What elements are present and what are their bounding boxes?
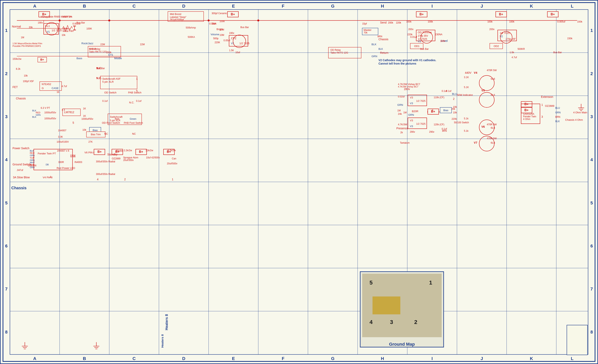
- col-label-k-bot: K: [530, 356, 533, 361]
- rock-jazz-text: Rock/Jazz: [82, 42, 93, 45]
- 270k-2: 270K: [71, 155, 76, 158]
- 1k-text-2: 1K: [83, 114, 86, 117]
- schematic-svg: A B C D E F G H I J K L A B C D E F G H …: [0, 0, 598, 364]
- blk-right: BLK: [555, 120, 560, 123]
- 50w-indicator: 50W Indicator: [457, 93, 473, 97]
- nc-4: NC: [104, 132, 108, 135]
- od-relay-text-2: Taiko RKTS 12G: [330, 51, 348, 54]
- b20r-text: B20R: [412, 110, 418, 113]
- col-label-f-bot: F: [282, 356, 284, 361]
- 180k-text: 180k: [440, 40, 445, 42]
- bias-right-text: Bias: [443, 109, 448, 112]
- pab-relay-text-1: PAB Relay: [89, 48, 100, 50]
- grn-output-2: GRN: [408, 113, 414, 116]
- normal-label: Normal: [12, 25, 21, 28]
- v1-text: V1: [47, 30, 50, 33]
- ground-switch-text: Ground Switch: [13, 163, 31, 166]
- nte452-text: NTE452: [42, 83, 51, 86]
- g-text: G: [42, 87, 44, 90]
- grn-output-1: GRN: [397, 103, 403, 106]
- bplus-label-4a: B+: [499, 13, 503, 16]
- heaters-8-label: Heaters 8: [165, 314, 169, 330]
- 200v-right: 200v: [489, 28, 495, 31]
- heaters-label: Heaters 8: [161, 334, 164, 348]
- 230na-text: 230NA: [435, 33, 442, 36]
- od1-text: OD1: [414, 45, 420, 48]
- row-label-6-left: 6: [5, 243, 8, 248]
- sprague-atom-1: Sprague Atom: [123, 156, 138, 159]
- row-label-8-right: 8: [590, 330, 593, 334]
- 01uf-1: 0.1uf: [102, 100, 108, 102]
- row-label-3-left: 3: [5, 114, 8, 119]
- slow-blow-text: 3A Slow Blow: [13, 176, 30, 179]
- nc-text-1: N.C.: [96, 66, 102, 70]
- 47k3w-1: 4.7K/3W Vishay BC7: [398, 83, 420, 86]
- pab-switch-text: PAB Switch: [128, 91, 141, 94]
- v7-label: V7: [474, 141, 477, 144]
- minimap-1: 1: [429, 280, 432, 286]
- 3-text: 3: [432, 109, 433, 112]
- 330r-text: 330R: [58, 161, 64, 164]
- bplus-right-1: B+: [524, 102, 529, 106]
- case-text: CASE: [52, 87, 59, 90]
- 22k2w-text: 2.2k/2w: [124, 149, 132, 152]
- row-label-1-right: 1: [590, 28, 593, 33]
- 1n4007-text: 1N4007: [58, 129, 66, 132]
- 1-text: 1: [172, 178, 174, 181]
- col-label-f: F: [282, 4, 284, 8]
- ground-map-label: Ground Map: [389, 342, 415, 347]
- 51k-3: 5.1k: [464, 129, 468, 132]
- col-label-l: L: [571, 4, 573, 8]
- bplus-row7-1: B+: [98, 150, 102, 154]
- row-label-7-left: 7: [5, 286, 8, 291]
- 100uf-100v: 100uf/100V: [57, 140, 69, 143]
- 150k-far-right: 150k: [577, 20, 582, 23]
- volume-text: Volume: [210, 33, 219, 36]
- 2k-text: 2k: [400, 131, 403, 134]
- 0005uf-text: 0.005uf: [557, 20, 565, 23]
- 100k-r1: 100k: [487, 20, 493, 23]
- metal-film-2: Metal Film: [63, 30, 74, 32]
- 220k-out-2: 220k: [451, 118, 457, 120]
- presence-text: Presence: [396, 127, 408, 130]
- schematic-container: A B C D E F G H I J K L A B C D E F G H …: [0, 0, 598, 364]
- nc-3: N.C.: [129, 101, 134, 104]
- 47uf-text-1: 4.7uf: [62, 85, 67, 88]
- half-7025-1: 1/2 7025: [52, 29, 62, 32]
- 63vpt-text: 6.3 V PT: [41, 107, 50, 109]
- 250k-text: 250k: [106, 51, 111, 54]
- 300uf-350v-1: 300uf/350v Radial: [96, 160, 115, 163]
- 22m-text-1: 22M: [100, 43, 105, 46]
- 22m-text-2: 22M: [140, 43, 145, 46]
- 50100-switch: 50/100 Switch: [454, 121, 469, 124]
- col-label-j: J: [481, 4, 483, 8]
- col-label-a-bot: A: [33, 356, 36, 361]
- col-label-e-bot: E: [232, 356, 235, 361]
- fender-twin-label-3: 4 Ohm: [523, 118, 530, 121]
- bplus-row3: B+: [40, 58, 44, 61]
- row-label-7-right: 7: [590, 286, 593, 291]
- col-label-e: E: [232, 4, 235, 8]
- fender-twin-pt-text: Fender Twin PT: [38, 152, 56, 155]
- bias-text: Bias: [93, 129, 98, 132]
- return-text: Return: [380, 51, 389, 54]
- half-7025-v3b: 1/2 7025: [416, 122, 426, 125]
- resistor-100k-text: 100K 1%: [63, 15, 72, 18]
- 190v-2: 190v: [229, 32, 234, 34]
- 10m-1: 10M: [219, 28, 224, 31]
- 150k-right: 150k: [567, 37, 573, 40]
- minimap-5: 5: [370, 280, 373, 286]
- 2-output: 2: [453, 97, 455, 100]
- row-label-8-left: 8: [5, 330, 8, 334]
- 220k-2: 220k: [396, 21, 401, 24]
- v6-label: V6: [482, 125, 485, 128]
- lm7812-text: LM7812: [64, 111, 74, 114]
- standby-text: Standby: [107, 153, 117, 156]
- 1m-text: 1M: [21, 36, 24, 39]
- 33k-text: 33k: [29, 26, 33, 29]
- bias-trim-text: Bias Trim: [91, 133, 101, 136]
- minimap-highlight: [373, 296, 400, 314]
- minimap-2: 2: [414, 319, 417, 325]
- row-label-5-left: 5: [5, 200, 8, 205]
- 047uf-text: .047uf: [17, 169, 23, 171]
